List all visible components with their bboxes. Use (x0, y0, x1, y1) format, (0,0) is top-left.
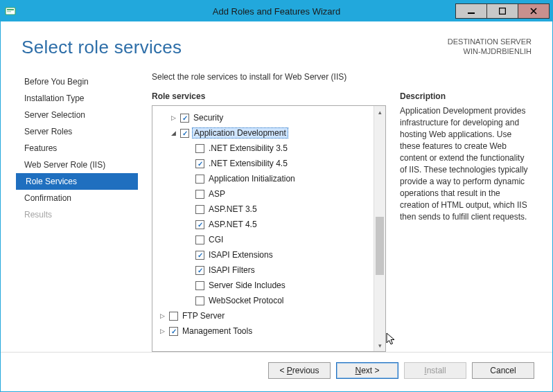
expand-icon[interactable]: ▷ (158, 312, 166, 320)
tree-label: Security (192, 113, 225, 123)
sidebar-item-server-selection[interactable]: Server Selection (21, 107, 132, 123)
tree-label: WebSocket Protocol (207, 296, 286, 305)
role-services-label: Role services (152, 91, 386, 101)
sidebar-item-before-you-begin[interactable]: Before You Begin (21, 73, 132, 90)
previous-button[interactable]: < PPreviousrevious (268, 362, 331, 379)
wizard-button-bar: < PPreviousrevious Next > Install Cancel (1, 352, 552, 391)
sidebar-item-installation-type[interactable]: Installation Type (21, 90, 132, 107)
checkbox[interactable] (195, 144, 204, 153)
tree-node-ftp-server[interactable]: ▷FTP Server (157, 308, 374, 323)
sidebar-item-features[interactable]: Features (21, 140, 132, 157)
role-services-tree[interactable]: ▷✓Security ◢✓Application Development .NE… (152, 105, 386, 352)
tree-label: Server Side Includes (207, 280, 287, 290)
tree-label: ISAPI Extensions (207, 250, 274, 260)
tree-node-websocket[interactable]: WebSocket Protocol (157, 293, 374, 308)
tree-node-isapi-filters[interactable]: ✓ISAPI Filters (157, 262, 374, 278)
sidebar-item-web-server-role[interactable]: Web Server Role (IIS) (21, 157, 132, 173)
tree-node-isapi-ext[interactable]: ✓ISAPI Extensions (157, 247, 374, 262)
wizard-sidebar: Before You Begin Installation Type Serve… (21, 72, 132, 352)
checkbox[interactable] (195, 205, 204, 214)
tree-label: Application Development (192, 127, 288, 139)
scroll-thumb[interactable] (376, 217, 384, 275)
page-title: Select role services (21, 37, 182, 58)
checkbox[interactable]: ✓ (169, 327, 178, 336)
tree-node-management-tools[interactable]: ▷✓Management Tools (157, 323, 374, 339)
checkbox[interactable] (169, 312, 178, 321)
tree-label: ISAPI Filters (207, 265, 256, 275)
scroll-up-icon[interactable]: ▴ (374, 106, 386, 118)
expand-icon[interactable]: ▷ (158, 327, 166, 335)
intro-text: Select the role services to install for … (152, 72, 532, 82)
tree-label: CGI (207, 235, 225, 244)
collapse-icon[interactable]: ◢ (169, 129, 177, 137)
cancel-button[interactable]: Cancel (472, 362, 534, 379)
tree-node-app-init[interactable]: Application Initialization (157, 171, 374, 186)
sidebar-item-confirmation[interactable]: Confirmation (21, 190, 132, 206)
sidebar-item-results: Results (21, 206, 132, 223)
svg-rect-1 (7, 9, 14, 10)
svg-rect-4 (500, 8, 506, 15)
tree-label: ASP.NET 3.5 (207, 204, 258, 214)
window-title: Add Roles and Features Wizard (213, 6, 340, 17)
tree-node-ssi[interactable]: Server Side Includes (157, 278, 374, 293)
next-button[interactable]: Next > (336, 362, 398, 379)
scroll-down-icon[interactable]: ▾ (374, 339, 386, 351)
checkbox[interactable]: ✓ (195, 220, 204, 229)
destination-value: WIN-MJDRBIENLIH (448, 46, 532, 56)
checkbox[interactable]: ✓ (180, 114, 189, 123)
checkbox[interactable] (195, 175, 204, 184)
tree-label: Management Tools (181, 326, 254, 336)
tree-label: Application Initialization (207, 174, 297, 184)
tree-node-net-ext-45[interactable]: ✓.NET Extensibility 4.5 (157, 156, 374, 171)
expand-icon[interactable]: ▷ (169, 114, 177, 122)
checkbox[interactable] (195, 235, 204, 244)
checkbox[interactable]: ✓ (195, 266, 204, 275)
tree-node-aspnet-45[interactable]: ✓ASP.NET 4.5 (157, 217, 374, 232)
destination-label: DESTINATION SERVER (448, 37, 532, 46)
tree-node-cgi[interactable]: CGI (157, 232, 374, 247)
page-body: Select role services DESTINATION SERVER … (1, 21, 552, 352)
tree-label: .NET Extensibility 4.5 (207, 159, 289, 168)
checkbox[interactable]: ✓ (180, 129, 189, 138)
destination-server-block: DESTINATION SERVER WIN-MJDRBIENLIH (448, 37, 532, 56)
sidebar-item-role-services[interactable]: Role Services (16, 173, 138, 190)
tree-node-security[interactable]: ▷✓Security (157, 110, 374, 125)
svg-rect-3 (468, 12, 475, 14)
tree-node-net-ext-35[interactable]: .NET Extensibility 3.5 (157, 141, 374, 156)
app-icon (5, 6, 16, 17)
maximize-button[interactable] (486, 3, 518, 19)
tree-node-aspnet-35[interactable]: ASP.NET 3.5 (157, 202, 374, 217)
tree-scrollbar[interactable]: ▴ ▾ (374, 106, 385, 351)
install-button: Install (404, 362, 466, 379)
minimize-button[interactable] (455, 3, 487, 19)
tree-label: ASP (207, 189, 227, 199)
checkbox[interactable]: ✓ (195, 159, 204, 168)
svg-rect-2 (7, 11, 11, 12)
titlebar: Add Roles and Features Wizard (1, 1, 552, 21)
sidebar-item-server-roles[interactable]: Server Roles (21, 123, 132, 140)
tree-node-asp[interactable]: ASP (157, 186, 374, 202)
tree-label: FTP Server (181, 311, 226, 321)
description-label: Description (400, 91, 532, 101)
tree-label: .NET Extensibility 3.5 (207, 143, 289, 153)
wizard-window: Add Roles and Features Wizard Select rol… (0, 0, 553, 392)
checkbox[interactable] (195, 296, 204, 305)
checkbox[interactable] (195, 190, 204, 199)
close-button[interactable] (518, 3, 550, 19)
checkbox[interactable] (195, 281, 204, 290)
tree-node-application-development[interactable]: ◢✓Application Development (157, 125, 374, 141)
description-text: Application Development provides infrast… (400, 105, 532, 223)
tree-label: ASP.NET 4.5 (207, 220, 258, 229)
checkbox[interactable]: ✓ (195, 251, 204, 260)
